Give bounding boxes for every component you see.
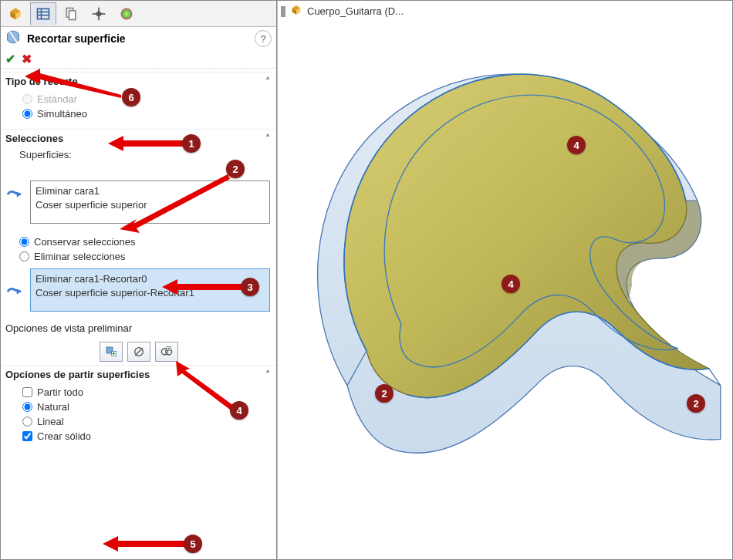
annotation-badge: 2 <box>226 160 245 178</box>
radio-simultaneous-label: Simultáneo <box>37 108 87 120</box>
tab-config-manager[interactable] <box>58 2 84 25</box>
cancel-icon[interactable]: ✖ <box>22 52 32 66</box>
chevron-up-icon: ˄ <box>265 369 270 380</box>
trim-surface-icon <box>5 29 21 48</box>
feature-title: Recortar superficie <box>27 32 126 45</box>
accept-icon[interactable]: ✔ <box>5 52 15 66</box>
svg-marker-21 <box>120 174 230 233</box>
svg-marker-22 <box>162 279 243 295</box>
check-split-all-label: Partir todo <box>37 386 83 398</box>
annotation-badge: 3 <box>241 278 259 296</box>
radio-keep-input[interactable] <box>19 237 29 247</box>
surfaces-icon <box>5 186 22 203</box>
annotation-arrow <box>25 66 129 107</box>
section-title: Opciones de partir superficies <box>5 369 150 380</box>
svg-marker-19 <box>25 69 121 98</box>
graphics-viewport[interactable]: Cuerpo_Guitarra (D... <box>277 1 732 559</box>
preview-show-button[interactable] <box>155 342 178 362</box>
annotation-badge: 1 <box>182 134 201 153</box>
svg-marker-20 <box>108 136 185 151</box>
preview-options-label: Opciones de vista preliminar <box>1 319 276 337</box>
radio-natural-label: Natural <box>37 401 69 413</box>
annotation-badge: 4 <box>502 275 520 293</box>
svg-marker-23 <box>176 361 234 410</box>
check-create-solid[interactable]: Crear sólido <box>22 429 270 444</box>
annotation-badge: 4 <box>567 136 586 154</box>
radio-linear-label: Lineal <box>37 416 64 427</box>
preview-add-button[interactable] <box>100 342 123 362</box>
check-create-solid-input[interactable] <box>22 431 32 441</box>
radio-natural-input[interactable] <box>22 402 32 412</box>
check-create-solid-label: Crear sólido <box>37 430 91 442</box>
section-title: Selecciones <box>5 133 63 144</box>
radio-linear-input[interactable] <box>22 417 32 427</box>
annotation-badge: 2 <box>687 394 705 413</box>
annotation-badge: 5 <box>184 535 202 553</box>
panel-tabs <box>1 1 276 27</box>
tab-feature-manager[interactable] <box>2 2 29 25</box>
chevron-up-icon: ˄ <box>265 133 270 144</box>
svg-line-15 <box>135 348 142 355</box>
tab-appearances[interactable] <box>113 2 140 25</box>
radio-remove-label: Eliminar selecciones <box>34 251 126 262</box>
radio-simultaneous[interactable]: Simultáneo <box>22 106 270 121</box>
radio-remove-input[interactable] <box>19 251 29 261</box>
svg-rect-5 <box>69 10 76 19</box>
annotation-arrow <box>120 171 231 236</box>
svg-point-9 <box>121 8 133 19</box>
tab-property-manager[interactable] <box>30 2 56 25</box>
annotation-arrow <box>103 536 186 555</box>
app-root: Recortar superficie ? ✔ ✖ Tipo de recort… <box>0 0 733 560</box>
annotation-badge: 4 <box>230 401 248 420</box>
annotation-arrow <box>168 361 238 414</box>
feature-header: Recortar superficie ? <box>1 27 276 50</box>
chevron-up-icon: ˄ <box>265 76 270 87</box>
section-title: Opciones de vista preliminar <box>5 322 132 334</box>
radio-remove-selections[interactable]: Eliminar selecciones <box>19 249 270 264</box>
annotation-arrow <box>108 136 185 154</box>
help-icon[interactable]: ? <box>255 30 272 47</box>
radio-simultaneous-input[interactable] <box>22 109 32 119</box>
svg-marker-24 <box>103 536 186 552</box>
annotation-arrow <box>162 279 243 298</box>
svg-marker-11 <box>17 288 21 294</box>
svg-rect-0 <box>38 8 49 19</box>
result-icon <box>5 283 22 300</box>
tab-dim-manager[interactable] <box>86 2 112 25</box>
check-split-all-input[interactable] <box>22 387 32 397</box>
annotation-badge: 6 <box>122 88 140 106</box>
preview-toolbar <box>1 337 276 362</box>
radio-keep-label: Conservar selecciones <box>34 236 136 248</box>
annotation-badge: 2 <box>375 384 394 403</box>
preview-hide-button[interactable] <box>127 342 150 362</box>
radio-keep-selections[interactable]: Conservar selecciones <box>19 234 270 249</box>
svg-marker-10 <box>17 191 21 197</box>
